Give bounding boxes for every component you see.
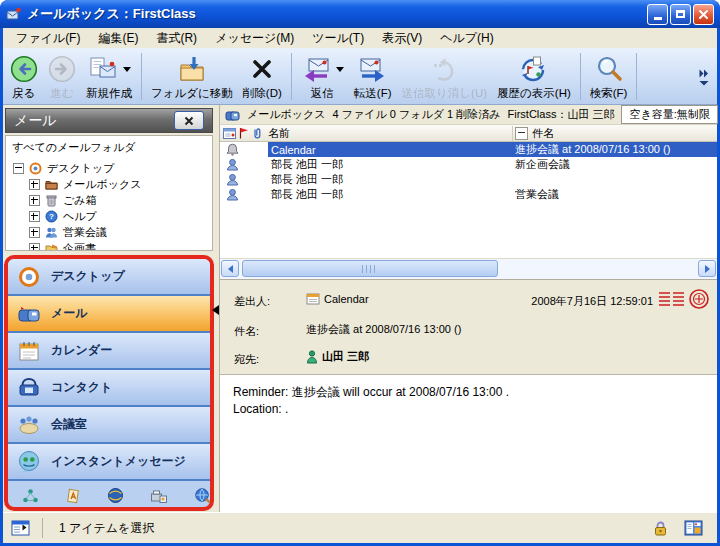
minimize-button[interactable] [647,4,668,25]
split-view-icon[interactable] [684,520,703,536]
reply-icon [301,56,331,83]
back-button[interactable]: 戻る [5,50,43,103]
scroll-left-button[interactable] [221,260,239,277]
message-type-column-icon[interactable] [223,128,236,139]
devices-icon[interactable] [150,488,168,504]
web-search-icon[interactable] [194,487,212,504]
stationery-icon[interactable] [65,488,81,504]
message-sender: 部長 池田 一郎 [268,172,515,187]
to-value: 山田 三郎 [306,349,369,364]
toolbar-overflow-button[interactable] [693,50,715,103]
toolbar-separator [636,53,637,100]
menu-view[interactable]: 表示(V) [373,28,431,49]
horizontal-scrollbar[interactable] [220,258,717,279]
new-message-button[interactable]: 新規作成 [81,50,137,103]
message-subject: 新企画会議 [515,157,717,172]
move-to-folder-icon [177,56,207,83]
tree-item-desktop[interactable]: デスクトップ [6,160,212,176]
mailbox-title: メールボックス [247,107,326,122]
tree-item-mailbox[interactable]: メールボックス [6,176,212,192]
collapse-pane-icon[interactable] [212,305,219,315]
message-sender: 部長 池田 一郎 [268,157,515,172]
expand-icon[interactable] [29,195,40,206]
scroll-right-button[interactable] [698,260,716,277]
list-column-header: 名前 件名 [220,124,717,142]
column-subject[interactable]: 件名 [512,126,717,141]
statusbar-divider [42,518,43,538]
expand-icon[interactable] [29,227,40,238]
message-list: Calendar 進捗会議 at 2008/07/16 13:00 () 部長 … [220,142,717,258]
column-name[interactable]: 名前 [265,126,512,141]
panel-toggle-button[interactable] [11,520,30,536]
back-icon [10,55,38,83]
maximize-button[interactable] [670,4,691,25]
nav-mail[interactable]: メール [8,296,210,333]
quota-indicator: 空き容量:無制限 [621,105,717,124]
search-button[interactable]: 検索(F) [585,50,633,103]
svg-text:?: ? [49,212,54,221]
expand-icon[interactable] [29,179,40,190]
nav-calendar[interactable]: カレンダー [8,333,210,370]
nav-instant-message[interactable]: インスタントメッセージ [8,444,210,481]
history-button[interactable]: 履歴の表示(H) [492,50,576,103]
collapse-column-icon[interactable] [515,127,528,140]
expand-icon[interactable] [29,211,40,222]
help-icon: ? [45,210,58,223]
panel-title: メール [14,112,174,130]
shortcut-bar [8,481,210,511]
approval-seal-icon [658,288,710,312]
menu-file[interactable]: ファイル(F) [7,28,89,49]
message-row[interactable]: 部長 池田 一郎 [220,172,717,187]
menu-message[interactable]: メッセージ(M) [206,28,303,49]
message-row[interactable]: Calendar 進捗会議 at 2008/07/16 13:00 () [220,142,717,157]
nav-desktop[interactable]: デスクトップ [8,259,210,296]
all-mail-folders-label: すべてのメールフォルダ [6,136,212,160]
menu-edit[interactable]: 編集(E) [89,28,147,49]
nav-conference[interactable]: 会議室 [8,407,210,444]
menu-format[interactable]: 書式(R) [147,28,206,49]
message-subject: 進捗会議 at 2008/07/16 13:00 () [515,142,717,157]
desktop-icon [29,162,42,175]
forward-message-button[interactable]: 転送(F) [349,50,397,103]
unsend-button[interactable]: 送信取り消し(U) [397,50,493,103]
tree-item-help[interactable]: ? ヘルプ [6,208,212,224]
scrollbar-thumb[interactable] [242,260,498,277]
panel-close-button[interactable] [174,111,204,130]
tree-item-trash[interactable]: ごみ箱 [6,192,212,208]
mail-nav-icon [17,302,41,326]
pane-splitter[interactable] [215,105,219,513]
titlebar[interactable]: メールボックス：FirstClass [0,0,720,28]
toolbar-separator [291,53,292,100]
tree-item-plans[interactable]: 企画書 [6,240,212,251]
collapse-icon[interactable] [13,163,24,174]
body-line: Location: . [233,401,717,418]
content-area: メール すべてのメールフォルダ デスクトップ メールボックス [3,105,717,513]
user-icon [226,173,239,186]
alarm-icon [226,143,239,156]
move-to-folder-button[interactable]: フォルダに移動 [146,50,238,103]
new-message-dropdown-icon[interactable] [123,67,131,72]
forward-button[interactable]: 進む [43,50,81,103]
message-row[interactable]: 部長 池田 一郎 営業会議 [220,187,717,202]
tree-item-sales-conference[interactable]: 営業会議 [6,224,212,240]
lock-icon[interactable] [653,520,668,536]
close-button[interactable] [693,4,714,25]
plans-folder-icon [45,242,58,252]
firstclass-globe-icon[interactable] [107,487,124,504]
calendar-icon [306,292,320,305]
message-row[interactable]: 部長 池田 一郎 新企画会議 [220,157,717,172]
reply-dropdown-icon[interactable] [336,67,344,72]
nav-contacts[interactable]: コンタクト [8,370,210,407]
flag-column-icon[interactable] [239,127,249,139]
reply-button[interactable]: 返信 [296,50,349,103]
conference-nav-icon [17,413,41,437]
collaboration-icon[interactable] [22,488,39,504]
menu-tools[interactable]: ツール(T) [303,28,373,49]
mail-panel-header: メール [5,108,213,133]
attachment-column-icon[interactable] [252,127,262,139]
account-name: FirstClass：山田 三郎 [508,107,615,122]
nav-panel-highlighted: デスクトップ メール カレンダー コンタクト 会議室 [4,255,214,511]
delete-button[interactable]: 削除(D) [238,50,287,103]
expand-icon[interactable] [29,243,40,252]
menu-help[interactable]: ヘルプ(H) [431,28,503,49]
